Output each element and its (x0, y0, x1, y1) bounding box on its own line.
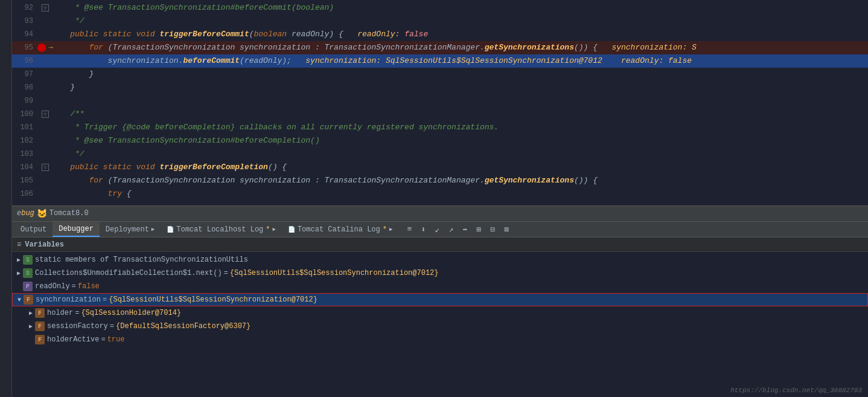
code-line-100: 100▽ /** (12, 108, 868, 121)
tab-tomcat-localhost[interactable]: 📄 Tomcat Localhost Log * ▶ (161, 222, 282, 237)
var-value: {SqlSessionUtils$SqlSessionSynchronizati… (230, 269, 439, 277)
var-icon-f: F (24, 295, 33, 305)
code-line-93: 93 */ (12, 15, 868, 28)
variables-tree: ▶Sstatic members of TransactionSynchroni… (12, 252, 868, 347)
code-line-105: 105 for (TransactionSynchronization sync… (12, 174, 868, 187)
variables-header: ≡ Variables (12, 237, 868, 252)
var-row-static[interactable]: ▶Sstatic members of TransactionSynchroni… (12, 253, 868, 266)
code-line-104: 104▽ public static void triggerBeforeCom… (12, 161, 868, 174)
code-content: try { (51, 187, 868, 201)
toolbar-btn-4[interactable]: ↗ (445, 224, 457, 236)
var-equals: = (224, 269, 228, 277)
breakpoint-icon (37, 44, 46, 52)
code-line-99: 99 (12, 94, 868, 108)
left-gutter (0, 0, 12, 397)
toolbar-btn-6[interactable]: ⊞ (473, 224, 485, 236)
tab-tomcat-localhost-icon: 📄 (167, 226, 174, 233)
code-content: for (TransactionSynchronization synchron… (51, 41, 868, 54)
code-content: * @see TransactionSynchronization#before… (51, 134, 868, 147)
var-row-synchronization[interactable]: ▼Fsynchronization = {SqlSessionUtils$Sql… (12, 293, 868, 306)
code-content: public static void triggerBeforeCompleti… (51, 161, 868, 174)
fold-icon[interactable]: ▽ (42, 111, 49, 118)
fold-icon[interactable]: ▽ (42, 4, 49, 11)
expand-arrow[interactable]: ▶ (27, 309, 35, 317)
code-line-106: 106 try { (12, 187, 868, 201)
tab-tomcat-catalina-arrow: ▶ (389, 226, 392, 233)
debug-bar: ebug 🐱 Tomcat8.0 (12, 205, 868, 221)
line-number: 99 (12, 97, 39, 105)
line-number: 102 (12, 137, 39, 145)
var-row-sessionFactory[interactable]: ▶FsessionFactory = {DefaultSqlSessionFac… (12, 320, 868, 333)
code-content: public static void triggerBeforeCommit(b… (51, 28, 868, 41)
var-icon-f: F (35, 335, 45, 344)
expand-arrow[interactable]: ▶ (14, 269, 23, 277)
code-content: */ (51, 15, 868, 28)
var-value: true (107, 335, 125, 344)
tab-output-label: Output (21, 225, 46, 234)
tab-strip: Output Debugger Deployment ▶ 📄 Tomcat Lo… (12, 221, 868, 238)
code-content: * @see TransactionSynchronization#before… (51, 1, 868, 15)
tab-tomcat-catalina[interactable]: 📄 Tomcat Catalina Log * ▶ (282, 222, 398, 237)
code-content: } (51, 81, 868, 94)
line-number: 94 (12, 30, 39, 39)
expand-arrow[interactable]: ▶ (14, 256, 23, 264)
code-content: */ (51, 147, 868, 161)
code-content: } (51, 68, 868, 81)
content-area: 92▽ * @see TransactionSynchronization#be… (12, 0, 868, 397)
var-equals: = (72, 282, 76, 291)
line-gutter: ▽ (39, 164, 51, 171)
tab-debugger[interactable]: Debugger (53, 222, 100, 237)
toolbar-btn-1[interactable]: ≡ (403, 224, 415, 236)
code-content: for (TransactionSynchronization synchron… (51, 174, 868, 187)
tab-deployment-arrow: ▶ (152, 226, 155, 233)
expand-arrow[interactable]: ▶ (27, 322, 35, 331)
bottom-panel: ≡ Variables ▶Sstatic members of Transact… (12, 237, 868, 397)
var-icon-s: S (23, 268, 33, 278)
var-row-holderActive[interactable]: FholderActive = true (12, 333, 868, 346)
code-line-92: 92▽ * @see TransactionSynchronization#be… (12, 1, 868, 15)
line-number: 95 (12, 44, 39, 52)
var-name: static members of TransactionSynchroniza… (35, 256, 248, 264)
line-number: 97 (12, 70, 39, 79)
code-line-97: 97 } (12, 68, 868, 81)
tab-deployment[interactable]: Deployment ▶ (100, 222, 161, 237)
var-row-collections[interactable]: ▶SCollections$UnmodifiableCollection$1.n… (12, 266, 868, 280)
var-row-holder[interactable]: ▶Fholder = {SqlSessionHolder@7014} (12, 306, 868, 320)
var-icon-f: F (35, 321, 45, 331)
var-equals: = (110, 322, 114, 331)
line-number: 92 (12, 4, 39, 12)
var-icon-p: P (23, 282, 33, 291)
code-content: * Trigger {@code beforeCompletion} callb… (51, 121, 868, 134)
code-content: /** (51, 108, 868, 121)
var-equals: = (101, 335, 105, 344)
var-row-readonly[interactable]: PreadOnly = false (12, 280, 868, 293)
toolbar-btn-7[interactable]: ⊟ (487, 224, 499, 236)
var-name: holder (47, 309, 73, 317)
var-name: Collections$UnmodifiableCollection$1.nex… (35, 269, 222, 277)
var-name: synchronization (36, 295, 101, 304)
tab-output[interactable]: Output (14, 222, 53, 237)
tomcat-icon: 🐱 (37, 208, 47, 219)
tab-tomcat-catalina-icon: 📄 (288, 226, 295, 233)
toolbar-btn-8[interactable]: ⊠ (500, 224, 512, 236)
tab-debugger-label: Debugger (59, 225, 94, 233)
code-line-96: 96 synchronization.beforeCommit(readOnly… (12, 54, 868, 68)
var-equals: = (75, 309, 79, 317)
toolbar-btn-5[interactable]: ➡ (459, 224, 471, 236)
line-number: 98 (12, 83, 39, 92)
expand-arrow[interactable]: ▼ (15, 295, 24, 304)
tab-deployment-label: Deployment (106, 225, 149, 234)
code-line-102: 102 * @see TransactionSynchronization#be… (12, 134, 868, 147)
var-value: {DefaultSqlSessionFactory@6307} (116, 322, 251, 331)
toolbar-btn-2[interactable]: ⬇ (417, 224, 429, 236)
toolbar-btn-3[interactable]: ↙ (431, 224, 443, 236)
line-gutter: ▽ (39, 111, 51, 118)
line-number: 106 (12, 190, 39, 198)
var-name: readOnly (35, 282, 70, 291)
editor-area: 92▽ * @see TransactionSynchronization#be… (12, 0, 868, 205)
line-number: 103 (12, 150, 39, 158)
line-number: 104 (12, 163, 39, 172)
watermark: https://blog.csdn.net/qq_36882793 (730, 387, 862, 394)
fold-icon[interactable]: ▽ (42, 164, 49, 171)
tab-tomcat-localhost-modified: * (266, 225, 270, 234)
